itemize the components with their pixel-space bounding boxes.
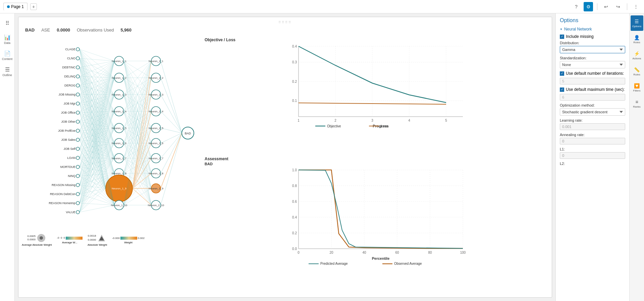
iterations-row [560,78,625,84]
svg-point-35 [76,192,79,196]
l2-row: L2: [560,162,625,166]
use-default-time-row: ✓ Use default maximum time (sec): [560,87,625,92]
svg-text:0.4: 0.4 [292,216,297,219]
svg-line-374 [161,128,182,133]
standardization-row: Standardization: None Standardize Range … [560,56,625,68]
svg-text:1.0: 1.0 [292,168,297,172]
drag-handle-top[interactable]: ⠿⠿⠿⠿ [22,20,548,24]
learning-rate-input[interactable] [560,123,625,130]
max-time-input[interactable] [560,94,625,101]
include-missing-row: ✓ Include missing [560,34,625,39]
svg-point-28 [76,129,79,132]
outline-icon: ☰ [5,66,10,73]
filters-icon: 🔽 [634,83,640,88]
optimization-select[interactable]: Stochastic gradient descent L-BFGS [560,108,625,116]
svg-line-115 [79,76,114,143]
aaw-top: 0.0005 [28,235,36,238]
svg-text:0.2: 0.2 [292,80,297,83]
svg-point-21 [76,66,79,69]
legend-item-abw: 0.0018 0.0000 Absolute Weight [88,233,107,246]
annealing-rate-row: Annealing rate: [560,133,625,144]
far-right-filters[interactable]: 🔽 Filters [631,80,643,95]
settings-icon[interactable]: ⚙ [584,2,593,11]
far-right-rules[interactable]: 📏 Rules [631,64,643,79]
svg-text:Loss: Loss [381,124,388,128]
annealing-rate-input[interactable] [560,138,625,144]
assessment-svg: 1.0 0.8 0.6 0.4 0.2 0.0 0 20 40 60 [205,167,547,265]
more-icon[interactable]: ⋮ [631,2,641,11]
svg-line-80 [79,49,114,61]
svg-line-206 [79,158,114,158]
l1-input[interactable] [560,152,625,159]
far-right-options[interactable]: ☰ Options [631,15,643,31]
use-default-iter-row: ✓ Use default number of iterations: [560,71,625,76]
far-right-roles[interactable]: 👤 Roles [631,32,643,47]
svg-text:DEROG: DEROG [64,84,75,87]
obs-val: 5,960 [121,27,132,33]
drag-icon: ⠿ [5,20,9,26]
far-right-ranks[interactable]: ≡ Ranks [631,96,643,111]
sidebar-item-content[interactable]: 📄 Content [1,48,14,63]
svg-text:1: 1 [298,119,300,122]
max-time-row [560,94,625,101]
l2-label: L2: [560,162,625,166]
neural-net-panel: // We'll draw this inline via JS after r… [22,36,200,293]
far-right-sidebar: ☰ Options 👤 Roles ⚡ Actions 📏 Rules 🔽 Fi… [629,13,644,301]
viz-container: ⠿⠿⠿⠿ BAD ASE 0.0000 Observations Used 5,… [18,17,552,298]
svg-text:NINQ: NINQ [68,174,76,178]
add-tab-button[interactable]: + [30,3,37,10]
drag-handle[interactable]: ⠿ [1,15,14,31]
main-layout: ⠿ 📊 Data 📄 Content ☰ Outline ⠿⠿⠿⠿ BAD AS… [0,13,644,301]
include-missing-checkbox[interactable]: ✓ [560,35,564,39]
far-right-actions[interactable]: ⚡ Actions [631,48,643,63]
legend-item-aw: -0 0 0 [57,236,83,244]
rules-icon: 📏 [634,67,640,72]
content-label: Content [2,57,13,61]
optimization-row: Optimization method: Stochastic gradient… [560,103,625,116]
legend-area: 0.0005 0.0000 Average Absolute Weight [22,231,200,248]
ranks-label: Ranks [633,105,641,108]
svg-text:JOB Missing: JOB Missing [58,93,75,96]
annealing-rate-label: Annealing rate: [560,133,625,137]
options-label: Options [632,25,642,28]
svg-text:JOB Sales: JOB Sales [61,138,75,141]
legend-item-aaw: 0.0005 0.0000 Average Absolute Weight [22,233,52,246]
use-default-time-checkbox[interactable]: ✓ [560,87,564,92]
sidebar-item-outline[interactable]: ☰ Outline [1,64,14,79]
svg-line-372 [161,95,182,133]
svg-text:40: 40 [362,251,366,254]
svg-rect-382 [66,237,83,240]
ase-val: 0.0000 [57,27,70,33]
svg-text:2: 2 [334,119,336,122]
help-icon[interactable]: ? [572,2,581,11]
svg-text:5: 5 [445,119,447,122]
learning-rate-label: Learning rate: [560,118,625,122]
obj-loss-chart: Objective / Loss [203,36,548,152]
svg-line-226 [79,158,114,176]
sidebar-item-data[interactable]: 📊 Data [1,32,14,47]
svg-text:60: 60 [395,251,399,254]
obs-key: Observations Used [77,27,114,33]
use-default-iter-checkbox[interactable]: ✓ [560,71,564,76]
iterations-input[interactable] [560,78,625,84]
distribution-row: Distribution: Gamma Normal Poisson Tweed… [560,41,625,53]
distribution-select[interactable]: Gamma Normal Poisson Tweedie [560,46,625,53]
svg-text:3: 3 [371,119,373,122]
learning-rate-row: Learning rate: [560,118,625,130]
neural-network-section[interactable]: ▼ Neural Network [560,27,625,32]
charts-panel: Objective / Loss [203,36,548,293]
svg-line-82 [79,49,114,95]
assessment-y-label: BAD [205,162,547,166]
abw-label: Absolute Weight [88,243,107,246]
aw-label: Average W... [62,241,77,244]
svg-point-36 [76,201,79,205]
page-tab[interactable]: Page 1 [3,3,28,10]
obj-loss-title: Objective / Loss [205,38,547,42]
undo-icon[interactable]: ↩ [601,2,611,11]
top-bar: Page 1 + ? ⚙ ↩ ↪ ⋮ [0,0,644,13]
standardization-select[interactable]: None Standardize Range Midrange [560,61,625,68]
redo-icon[interactable]: ↪ [613,2,623,11]
toolbar-icons: ? ⚙ ↩ ↪ ⋮ [572,2,641,11]
svg-rect-385 [120,237,137,240]
svg-line-278 [124,61,151,188]
